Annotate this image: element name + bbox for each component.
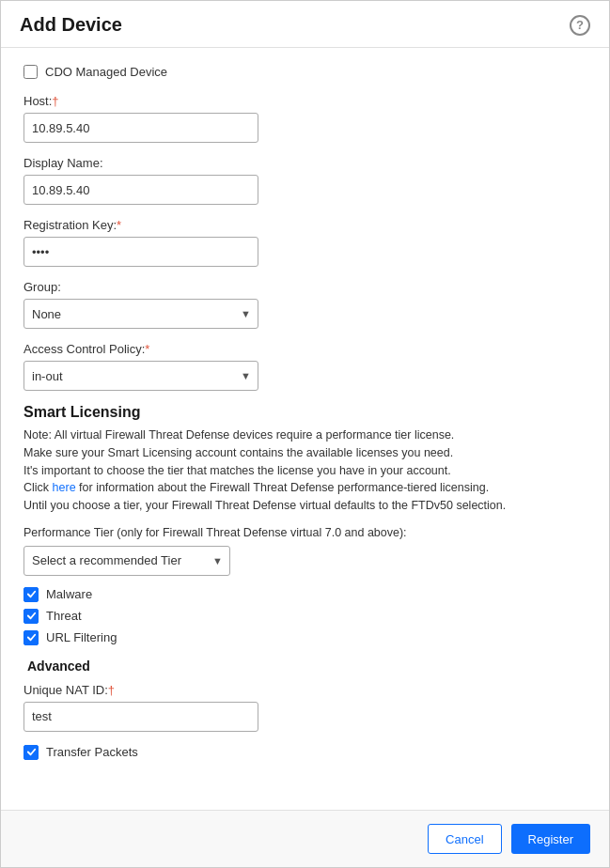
url-filtering-label: URL Filtering bbox=[46, 630, 117, 644]
license-checks: Malware Threat URL bbox=[23, 587, 587, 645]
group-select[interactable]: None bbox=[23, 299, 258, 329]
malware-license-row: Malware bbox=[23, 587, 587, 602]
group-field-group: Group: None ▼ bbox=[23, 280, 587, 329]
registration-key-label: Registration Key:* bbox=[23, 218, 587, 232]
host-input[interactable] bbox=[23, 113, 258, 143]
smart-licensing-title: Smart Licensing bbox=[23, 404, 587, 421]
tier-select[interactable]: Select a recommended Tier bbox=[23, 546, 230, 576]
dialog-body: CDO Managed Device Host:† Display Name: … bbox=[1, 48, 609, 810]
advanced-section: Advanced Unique NAT ID:† Transfer Packet… bbox=[23, 659, 587, 760]
dialog-footer: Cancel Register bbox=[1, 810, 609, 867]
smart-licensing-section: Smart Licensing Note: All virtual Firewa… bbox=[23, 404, 587, 645]
url-filtering-checkbox[interactable] bbox=[23, 630, 39, 645]
add-device-dialog: Add Device ? CDO Managed Device Host:† D… bbox=[0, 0, 610, 868]
cancel-button[interactable]: Cancel bbox=[428, 824, 501, 854]
cdo-managed-row: CDO Managed Device bbox=[23, 65, 587, 79]
access-control-policy-select[interactable]: in-out bbox=[23, 361, 258, 391]
registration-key-field-group: Registration Key:* bbox=[23, 218, 587, 267]
host-label: Host:† bbox=[23, 94, 587, 108]
threat-label: Threat bbox=[46, 609, 82, 623]
here-link[interactable]: here bbox=[53, 481, 76, 494]
nat-id-field-group: Unique NAT ID:† bbox=[23, 683, 587, 732]
url-filtering-license-row: URL Filtering bbox=[23, 630, 587, 645]
tier-select-wrapper: Select a recommended Tier ▼ bbox=[23, 546, 230, 576]
access-control-policy-select-wrapper: in-out ▼ bbox=[23, 361, 258, 391]
group-label: Group: bbox=[23, 280, 587, 294]
display-name-field-group: Display Name: bbox=[23, 156, 587, 205]
host-field-group: Host:† bbox=[23, 94, 587, 143]
group-select-wrapper: None ▼ bbox=[23, 299, 258, 329]
cdo-managed-label: CDO Managed Device bbox=[45, 65, 167, 79]
register-button[interactable]: Register bbox=[511, 824, 590, 854]
access-control-policy-field-group: Access Control Policy:* in-out ▼ bbox=[23, 342, 587, 391]
dialog-title: Add Device bbox=[20, 14, 122, 36]
threat-license-row: Threat bbox=[23, 609, 587, 624]
performance-tier-label: Performance Tier (only for Firewall Thre… bbox=[23, 526, 587, 539]
display-name-input[interactable] bbox=[23, 175, 258, 205]
dialog-header: Add Device ? bbox=[1, 1, 609, 48]
malware-checkbox[interactable] bbox=[23, 587, 39, 602]
display-name-label: Display Name: bbox=[23, 156, 587, 170]
access-control-policy-label: Access Control Policy:* bbox=[23, 342, 587, 356]
threat-checkbox[interactable] bbox=[23, 609, 39, 624]
nat-id-input[interactable] bbox=[23, 702, 258, 732]
help-icon[interactable]: ? bbox=[570, 15, 590, 36]
registration-key-input[interactable] bbox=[23, 237, 258, 267]
transfer-packets-row: Transfer Packets bbox=[23, 745, 587, 760]
nat-id-label: Unique NAT ID:† bbox=[23, 683, 587, 697]
advanced-title: Advanced bbox=[23, 659, 587, 674]
smart-licensing-info: Note: All virtual Firewall Threat Defens… bbox=[23, 426, 587, 515]
malware-label: Malware bbox=[46, 587, 92, 601]
transfer-packets-checkbox[interactable] bbox=[23, 745, 39, 760]
transfer-packets-label: Transfer Packets bbox=[46, 745, 138, 759]
cdo-managed-checkbox[interactable] bbox=[23, 65, 38, 79]
